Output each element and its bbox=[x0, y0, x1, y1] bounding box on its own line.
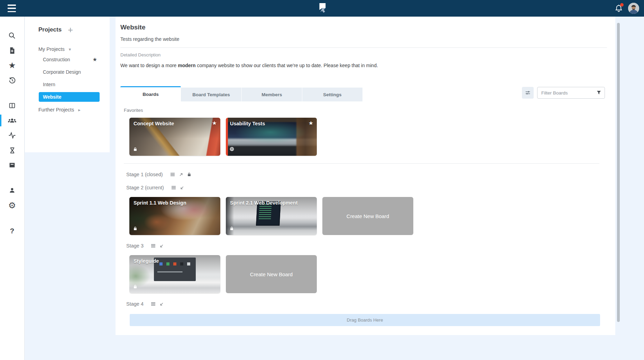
board-title: Styleguide bbox=[134, 258, 209, 264]
project-description: We want to design a more modern company … bbox=[120, 63, 607, 68]
lock-icon bbox=[133, 284, 138, 290]
icon-sidebar: ★ bbox=[0, 17, 25, 360]
settings-gear-icon[interactable]: ⚙ bbox=[0, 199, 24, 211]
top-navigation-bar bbox=[0, 0, 644, 17]
tab-boards[interactable]: Boards bbox=[120, 86, 181, 101]
detailed-description-label: Detailed Description bbox=[120, 52, 607, 57]
favorite-star-icon[interactable]: ★ bbox=[309, 120, 313, 126]
filter-funnel-icon bbox=[596, 90, 602, 97]
board-title: Concept Website bbox=[134, 121, 209, 126]
list-icon[interactable] bbox=[170, 172, 175, 177]
archive-icon[interactable] bbox=[0, 159, 24, 171]
favorites-section-label: Favorites bbox=[124, 108, 607, 113]
app-logo-icon[interactable] bbox=[317, 2, 327, 16]
projects-panel-title: Projects bbox=[38, 26, 62, 33]
team-people-icon[interactable] bbox=[0, 115, 24, 126]
projects-panel: Projects + My Projects ▾ Construction ★ … bbox=[25, 17, 110, 152]
collapse-icon[interactable] bbox=[180, 185, 185, 190]
page-title: Website bbox=[120, 24, 607, 31]
project-item-construction[interactable]: Construction ★ bbox=[25, 53, 110, 66]
tab-board-templates[interactable]: Board Templates bbox=[181, 88, 241, 101]
lock-icon bbox=[133, 147, 138, 153]
board-title: Sprint 1.1 Web Design bbox=[134, 200, 209, 206]
tab-members[interactable]: Members bbox=[241, 88, 302, 101]
time-hourglass-icon[interactable] bbox=[0, 144, 24, 156]
board-card-concept-website[interactable]: Concept Website ★ bbox=[129, 118, 220, 156]
project-item-corporate-design[interactable]: Corporate Design bbox=[25, 66, 110, 78]
project-item-intern[interactable]: Intern bbox=[25, 78, 110, 91]
favorites-star-icon[interactable]: ★ bbox=[0, 60, 24, 71]
board-card-sprint-1-1[interactable]: Sprint 1.1 Web Design bbox=[129, 197, 220, 235]
lock-icon bbox=[229, 226, 234, 232]
stage-3-header: Stage 3 bbox=[126, 241, 607, 251]
add-project-plus-icon[interactable]: + bbox=[68, 26, 73, 33]
stage-1-header: Stage 1 (closed) bbox=[126, 169, 607, 180]
tab-settings[interactable]: Settings bbox=[302, 88, 362, 101]
divider bbox=[124, 163, 599, 164]
vertical-scrollbar[interactable] bbox=[617, 23, 620, 322]
menu-icon[interactable] bbox=[8, 4, 16, 12]
list-icon[interactable] bbox=[150, 301, 156, 307]
board-card-sprint-2-1[interactable]: Sprint 2.1 Web Development bbox=[226, 197, 317, 235]
tab-bar: Boards Board Templates Members Settings bbox=[120, 86, 607, 101]
activity-pulse-icon[interactable] bbox=[0, 129, 24, 141]
search-icon[interactable] bbox=[0, 30, 24, 42]
expand-icon[interactable] bbox=[178, 172, 184, 177]
divider bbox=[120, 47, 607, 48]
board-title: Usability Tests bbox=[230, 121, 305, 126]
chevron-down-icon: ▾ bbox=[69, 47, 71, 52]
board-card-usability-tests[interactable]: Usability Tests ★ bbox=[226, 118, 317, 156]
drag-boards-drop-zone[interactable]: Drag Boards Here bbox=[130, 314, 600, 326]
project-item-website-selected[interactable]: Website bbox=[39, 92, 100, 102]
favorite-star-icon[interactable]: ★ bbox=[212, 120, 217, 126]
starred-project-icon[interactable]: ★ bbox=[93, 56, 97, 63]
collapse-icon[interactable] bbox=[159, 302, 164, 307]
list-icon[interactable] bbox=[150, 243, 156, 249]
lock-icon bbox=[133, 226, 138, 232]
globe-icon bbox=[229, 146, 234, 153]
stage-4-header: Stage 4 bbox=[126, 299, 607, 309]
boards-columns-icon[interactable] bbox=[0, 100, 24, 111]
my-projects-group[interactable]: My Projects ▾ bbox=[25, 45, 110, 53]
new-document-icon[interactable] bbox=[0, 45, 24, 56]
chevron-right-icon: ▸ bbox=[78, 107, 81, 112]
notifications-bell-icon[interactable] bbox=[614, 4, 623, 13]
lock-icon bbox=[187, 172, 192, 177]
project-detail-card: Website Tests regarding the website Deta… bbox=[116, 17, 615, 335]
boards-tab-panel: Favorites Concept Website ★ Usability Te… bbox=[116, 101, 615, 326]
user-avatar[interactable] bbox=[628, 3, 639, 14]
profile-person-icon[interactable] bbox=[0, 184, 24, 196]
stage-2-header: Stage 2 (current) bbox=[126, 182, 607, 193]
board-title: Sprint 2.1 Web Development bbox=[230, 200, 305, 206]
board-card-styleguide[interactable]: Styleguide bbox=[129, 255, 220, 293]
history-icon[interactable] bbox=[0, 74, 24, 86]
help-question-icon[interactable]: ? bbox=[0, 225, 24, 236]
collapse-icon[interactable] bbox=[159, 243, 164, 249]
create-new-board-button[interactable]: Create New Board bbox=[226, 255, 317, 293]
filter-boards-input[interactable] bbox=[537, 87, 605, 99]
view-options-tune-icon[interactable] bbox=[522, 87, 534, 99]
list-icon[interactable] bbox=[171, 185, 176, 190]
further-projects-group[interactable]: Further Projects ▸ bbox=[25, 105, 110, 114]
page-subtitle: Tests regarding the website bbox=[120, 36, 607, 42]
notification-badge bbox=[620, 3, 624, 7]
create-new-board-button[interactable]: Create New Board bbox=[322, 197, 413, 235]
